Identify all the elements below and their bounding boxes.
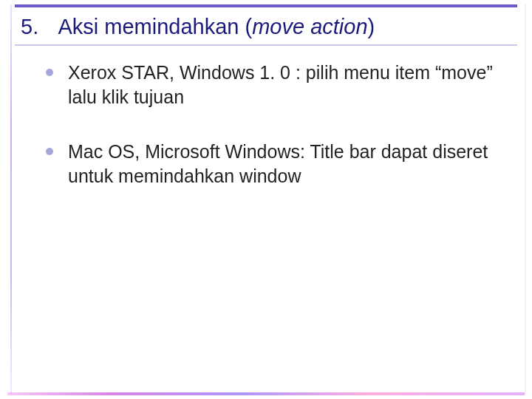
bullet-text: Mac OS, Microsoft Windows: Title bar dap… [68, 141, 488, 186]
list-item: Mac OS, Microsoft Windows: Title bar dap… [44, 140, 502, 188]
title-text-italic: move action [252, 15, 367, 38]
bullet-icon [46, 148, 53, 155]
decorative-bottom-border [7, 392, 525, 395]
list-item: Xerox STAR, Windows 1. 0 : pilih menu it… [44, 61, 502, 109]
slide-title: 5. Aksi memindahkan (move action) [21, 13, 511, 41]
title-underline [15, 44, 517, 46]
decorative-right-border [525, 4, 526, 395]
title-text-after: ) [368, 15, 375, 38]
title-text-plain: Aksi memindahkan ( [58, 15, 252, 38]
bullet-text: Xerox STAR, Windows 1. 0 : pilih menu it… [68, 62, 493, 107]
decorative-left-border [10, 4, 12, 395]
title-number: 5. [21, 13, 53, 41]
bullet-icon [46, 69, 53, 76]
slide-body: Xerox STAR, Windows 1. 0 : pilih menu it… [44, 61, 502, 219]
header-rule [15, 4, 517, 7]
